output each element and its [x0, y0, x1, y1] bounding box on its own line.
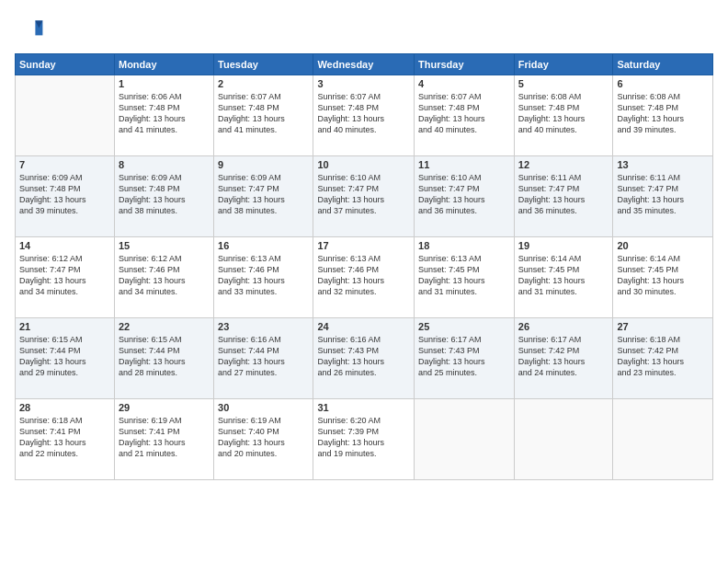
day-info: Sunrise: 6:07 AMSunset: 7:48 PMDaylight:… — [317, 91, 410, 136]
day-number: 1 — [119, 78, 210, 89]
day-number: 20 — [617, 240, 709, 251]
day-number: 12 — [518, 159, 609, 170]
day-info: Sunrise: 6:19 AMSunset: 7:40 PMDaylight:… — [218, 415, 309, 460]
day-number: 29 — [119, 402, 210, 413]
day-number: 9 — [218, 159, 309, 170]
day-number: 22 — [119, 321, 210, 332]
day-info: Sunrise: 6:11 AMSunset: 7:47 PMDaylight:… — [518, 172, 609, 217]
header — [15, 15, 713, 44]
day-info: Sunrise: 6:08 AMSunset: 7:48 PMDaylight:… — [518, 91, 609, 136]
day-number: 25 — [418, 321, 510, 332]
day-info: Sunrise: 6:09 AMSunset: 7:48 PMDaylight:… — [119, 172, 210, 217]
calendar-cell: 12Sunrise: 6:11 AMSunset: 7:47 PMDayligh… — [514, 156, 613, 237]
calendar-cell: 13Sunrise: 6:11 AMSunset: 7:47 PMDayligh… — [613, 156, 713, 237]
day-number: 31 — [317, 402, 410, 413]
calendar-cell — [415, 399, 515, 480]
weekday-header-saturday: Saturday — [613, 54, 713, 75]
day-info: Sunrise: 6:09 AMSunset: 7:47 PMDaylight:… — [218, 172, 309, 217]
weekday-header-row: SundayMondayTuesdayWednesdayThursdayFrid… — [16, 54, 713, 75]
calendar-week-2: 7Sunrise: 6:09 AMSunset: 7:48 PMDaylight… — [16, 156, 713, 237]
day-number: 26 — [518, 321, 609, 332]
calendar-cell: 19Sunrise: 6:14 AMSunset: 7:45 PMDayligh… — [514, 237, 613, 318]
calendar-cell: 14Sunrise: 6:12 AMSunset: 7:47 PMDayligh… — [16, 237, 115, 318]
day-number: 16 — [218, 240, 309, 251]
day-number: 2 — [218, 78, 309, 89]
day-info: Sunrise: 6:14 AMSunset: 7:45 PMDaylight:… — [518, 253, 609, 298]
calendar-cell: 23Sunrise: 6:16 AMSunset: 7:44 PMDayligh… — [214, 318, 313, 399]
calendar-cell — [16, 75, 115, 156]
calendar-cell: 31Sunrise: 6:20 AMSunset: 7:39 PMDayligh… — [313, 399, 415, 480]
day-info: Sunrise: 6:07 AMSunset: 7:48 PMDaylight:… — [218, 91, 309, 136]
calendar-cell — [613, 399, 713, 480]
day-number: 14 — [19, 240, 110, 251]
calendar-cell: 25Sunrise: 6:17 AMSunset: 7:43 PMDayligh… — [415, 318, 515, 399]
calendar-cell: 5Sunrise: 6:08 AMSunset: 7:48 PMDaylight… — [514, 75, 613, 156]
calendar-cell: 27Sunrise: 6:18 AMSunset: 7:42 PMDayligh… — [613, 318, 713, 399]
weekday-header-wednesday: Wednesday — [313, 54, 415, 75]
day-number: 30 — [218, 402, 309, 413]
calendar-cell: 17Sunrise: 6:13 AMSunset: 7:46 PMDayligh… — [313, 237, 415, 318]
day-number: 27 — [617, 321, 709, 332]
calendar-cell: 26Sunrise: 6:17 AMSunset: 7:42 PMDayligh… — [514, 318, 613, 399]
day-info: Sunrise: 6:08 AMSunset: 7:48 PMDaylight:… — [617, 91, 709, 136]
day-number: 21 — [19, 321, 110, 332]
day-info: Sunrise: 6:12 AMSunset: 7:46 PMDaylight:… — [119, 253, 210, 298]
day-number: 17 — [317, 240, 410, 251]
calendar-week-1: 1Sunrise: 6:06 AMSunset: 7:48 PMDaylight… — [16, 75, 713, 156]
calendar-cell: 24Sunrise: 6:16 AMSunset: 7:43 PMDayligh… — [313, 318, 415, 399]
day-number: 24 — [317, 321, 410, 332]
day-info: Sunrise: 6:12 AMSunset: 7:47 PMDaylight:… — [19, 253, 110, 298]
day-number: 6 — [617, 78, 709, 89]
day-info: Sunrise: 6:11 AMSunset: 7:47 PMDaylight:… — [617, 172, 709, 217]
calendar-week-3: 14Sunrise: 6:12 AMSunset: 7:47 PMDayligh… — [16, 237, 713, 318]
day-number: 23 — [218, 321, 309, 332]
day-info: Sunrise: 6:13 AMSunset: 7:46 PMDaylight:… — [317, 253, 410, 298]
day-info: Sunrise: 6:13 AMSunset: 7:45 PMDaylight:… — [418, 253, 510, 298]
day-info: Sunrise: 6:16 AMSunset: 7:43 PMDaylight:… — [317, 334, 410, 379]
day-info: Sunrise: 6:20 AMSunset: 7:39 PMDaylight:… — [317, 415, 410, 460]
day-number: 11 — [418, 159, 510, 170]
calendar-cell: 16Sunrise: 6:13 AMSunset: 7:46 PMDayligh… — [214, 237, 313, 318]
calendar-cell: 3Sunrise: 6:07 AMSunset: 7:48 PMDaylight… — [313, 75, 415, 156]
day-number: 7 — [19, 159, 110, 170]
page: SundayMondayTuesdayWednesdayThursdayFrid… — [0, 0, 728, 563]
day-info: Sunrise: 6:10 AMSunset: 7:47 PMDaylight:… — [418, 172, 510, 217]
calendar-cell: 11Sunrise: 6:10 AMSunset: 7:47 PMDayligh… — [415, 156, 515, 237]
day-info: Sunrise: 6:09 AMSunset: 7:48 PMDaylight:… — [19, 172, 110, 217]
weekday-header-tuesday: Tuesday — [214, 54, 313, 75]
calendar-cell: 2Sunrise: 6:07 AMSunset: 7:48 PMDaylight… — [214, 75, 313, 156]
logo-icon — [15, 15, 44, 44]
day-info: Sunrise: 6:18 AMSunset: 7:41 PMDaylight:… — [19, 415, 110, 460]
weekday-header-sunday: Sunday — [16, 54, 115, 75]
day-number: 28 — [19, 402, 110, 413]
calendar-week-4: 21Sunrise: 6:15 AMSunset: 7:44 PMDayligh… — [16, 318, 713, 399]
calendar-cell: 21Sunrise: 6:15 AMSunset: 7:44 PMDayligh… — [16, 318, 115, 399]
logo — [15, 15, 48, 44]
day-number: 18 — [418, 240, 510, 251]
calendar-cell — [514, 399, 613, 480]
calendar-cell: 20Sunrise: 6:14 AMSunset: 7:45 PMDayligh… — [613, 237, 713, 318]
day-number: 8 — [119, 159, 210, 170]
day-number: 13 — [617, 159, 709, 170]
day-number: 15 — [119, 240, 210, 251]
day-info: Sunrise: 6:17 AMSunset: 7:43 PMDaylight:… — [418, 334, 510, 379]
day-info: Sunrise: 6:14 AMSunset: 7:45 PMDaylight:… — [617, 253, 709, 298]
weekday-header-monday: Monday — [114, 54, 213, 75]
calendar-cell: 22Sunrise: 6:15 AMSunset: 7:44 PMDayligh… — [114, 318, 213, 399]
calendar-cell: 9Sunrise: 6:09 AMSunset: 7:47 PMDaylight… — [214, 156, 313, 237]
day-info: Sunrise: 6:16 AMSunset: 7:44 PMDaylight:… — [218, 334, 309, 379]
day-number: 10 — [317, 159, 410, 170]
day-info: Sunrise: 6:17 AMSunset: 7:42 PMDaylight:… — [518, 334, 609, 379]
calendar-cell: 8Sunrise: 6:09 AMSunset: 7:48 PMDaylight… — [114, 156, 213, 237]
weekday-header-thursday: Thursday — [415, 54, 515, 75]
calendar-table: SundayMondayTuesdayWednesdayThursdayFrid… — [15, 53, 713, 480]
day-number: 19 — [518, 240, 609, 251]
day-info: Sunrise: 6:19 AMSunset: 7:41 PMDaylight:… — [119, 415, 210, 460]
day-info: Sunrise: 6:10 AMSunset: 7:47 PMDaylight:… — [317, 172, 410, 217]
day-info: Sunrise: 6:07 AMSunset: 7:48 PMDaylight:… — [418, 91, 510, 136]
calendar-cell: 29Sunrise: 6:19 AMSunset: 7:41 PMDayligh… — [114, 399, 213, 480]
calendar-cell: 1Sunrise: 6:06 AMSunset: 7:48 PMDaylight… — [114, 75, 213, 156]
day-info: Sunrise: 6:15 AMSunset: 7:44 PMDaylight:… — [119, 334, 210, 379]
calendar-cell: 15Sunrise: 6:12 AMSunset: 7:46 PMDayligh… — [114, 237, 213, 318]
calendar-week-5: 28Sunrise: 6:18 AMSunset: 7:41 PMDayligh… — [16, 399, 713, 480]
